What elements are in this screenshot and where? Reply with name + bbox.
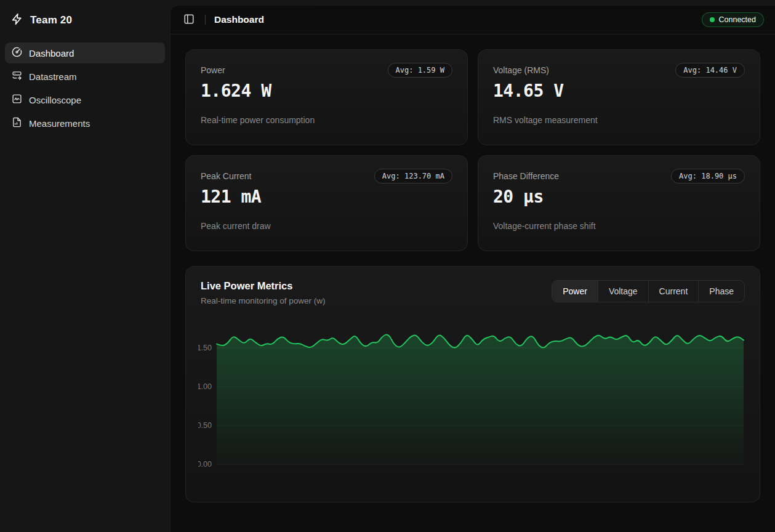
svg-text:0.00: 0.00 (198, 460, 212, 469)
metric-value: 14.65 V (493, 81, 745, 101)
chart-title: Live Power Metrics (201, 280, 326, 292)
metric-label: Phase Difference (493, 169, 559, 181)
connection-status-badge: Connected (702, 12, 764, 27)
metric-description: RMS voltage measurement (493, 115, 745, 125)
live-metrics-card: Live Power Metrics Real-time monitoring … (185, 266, 760, 502)
metric-avg-badge: Avg: 1.59 W (388, 63, 452, 78)
page-title: Dashboard (214, 14, 264, 25)
chart-area (217, 334, 744, 464)
status-dot-icon (710, 17, 715, 22)
sidebar-item-label: Measurements (29, 118, 90, 129)
zap-icon (11, 13, 23, 28)
svg-text:1.00: 1.00 (198, 382, 212, 391)
power-line-chart: 1.501.000.500.00 (198, 321, 750, 478)
chart-metric-tabs: Power Voltage Current Phase (552, 280, 745, 302)
metric-card-power: Power Avg: 1.59 W 1.624 W Real-time powe… (185, 49, 468, 145)
file-chart-icon (12, 117, 22, 129)
metric-label: Peak Current (201, 169, 251, 181)
chart-y-axis-labels: 1.501.000.500.00 (198, 344, 212, 469)
metric-label: Voltage (RMS) (493, 63, 549, 75)
team-header: Team 20 (0, 0, 170, 35)
svg-text:1.50: 1.50 (198, 344, 212, 352)
metric-label: Power (201, 63, 225, 75)
panel-left-icon (183, 14, 195, 26)
metric-description: Peak current draw (201, 221, 452, 231)
metric-card-phase-difference: Phase Difference Avg: 18.90 µs 20 µs Vol… (478, 155, 760, 251)
topbar-divider (205, 15, 206, 25)
metric-card-voltage: Voltage (RMS) Avg: 14.46 V 14.65 V RMS v… (478, 49, 760, 145)
metric-avg-badge: Avg: 14.46 V (675, 63, 745, 78)
team-name: Team 20 (30, 14, 72, 26)
server-arrow-icon (12, 70, 22, 83)
metric-avg-badge: Avg: 18.90 µs (671, 169, 745, 183)
sidebar-item-label: Dashboard (29, 48, 74, 58)
metric-cards-grid: Power Avg: 1.59 W 1.624 W Real-time powe… (185, 49, 760, 251)
tab-current[interactable]: Current (648, 281, 699, 302)
circle-gauge-icon (12, 47, 22, 59)
metric-description: Voltage-current phase shift (493, 221, 745, 231)
tab-power[interactable]: Power (552, 281, 598, 302)
topbar: Dashboard Connected (171, 6, 775, 34)
metric-value: 20 µs (493, 187, 745, 207)
chart-subtitle: Real-time monitoring of power (w) (201, 296, 326, 305)
sidebar-item-datastream[interactable]: Datastream (5, 66, 165, 87)
tab-voltage[interactable]: Voltage (598, 281, 648, 302)
metric-avg-badge: Avg: 123.70 mA (374, 169, 452, 183)
tab-phase[interactable]: Phase (698, 281, 744, 302)
metric-description: Real-time power consumption (201, 115, 452, 125)
sidebar-item-measurements[interactable]: Measurements (5, 113, 165, 134)
sidebar: Team 20 Dashboard Datastream (0, 0, 170, 532)
sidebar-item-label: Oscilloscope (29, 95, 81, 105)
connection-status-label: Connected (719, 15, 756, 24)
sidebar-item-dashboard[interactable]: Dashboard (5, 42, 165, 63)
waveform-square-icon (12, 94, 22, 106)
sidebar-item-label: Datastream (29, 71, 77, 82)
metric-value: 121 mA (201, 187, 452, 207)
sidebar-item-oscilloscope[interactable]: Oscilloscope (5, 89, 165, 110)
sidebar-toggle-button[interactable] (182, 12, 196, 27)
metric-value: 1.624 W (201, 81, 452, 101)
svg-text:0.50: 0.50 (198, 421, 212, 430)
sidebar-nav: Dashboard Datastream Oscilloscope (0, 35, 170, 141)
main-panel: Dashboard Connected Power Avg: 1.59 W 1.… (170, 5, 775, 532)
dashboard-content: Power Avg: 1.59 W 1.624 W Real-time powe… (171, 34, 775, 517)
metric-card-peak-current: Peak Current Avg: 123.70 mA 121 mA Peak … (185, 155, 468, 251)
